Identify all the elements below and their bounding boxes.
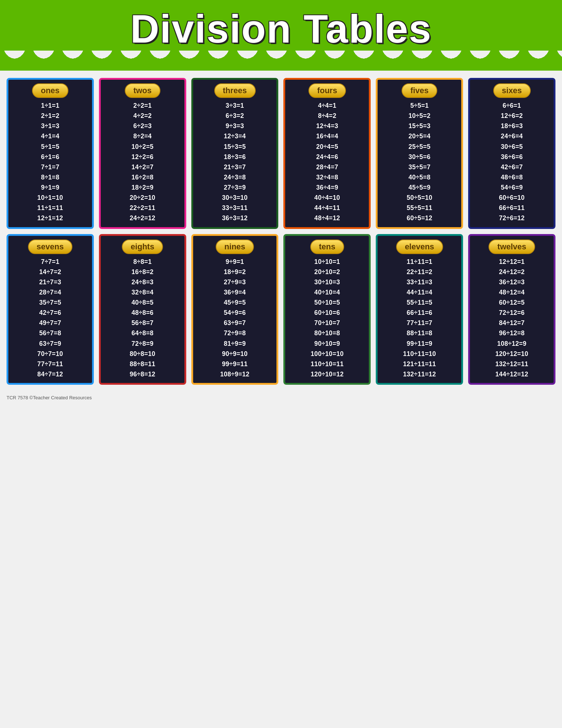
equations-elevens: 11÷11=122÷11=233÷11=344÷11=455÷11=566÷11…: [379, 257, 460, 382]
equation: 10÷1=10: [13, 193, 88, 203]
equation: 18÷3=6: [198, 152, 272, 162]
table-card-twos: twos2÷2=14÷2=26÷2=38÷2=410÷2=512÷2=614÷2…: [99, 78, 186, 229]
equation: 72÷9=8: [198, 328, 272, 338]
equation: 9÷3=3: [198, 121, 272, 131]
equation: 18÷2=9: [105, 183, 180, 193]
equation: 88÷11=8: [382, 328, 457, 338]
equation: 90÷9=10: [198, 349, 272, 359]
equation: 63÷7=9: [13, 339, 88, 349]
equation: 64÷8=8: [105, 328, 180, 338]
equation: 81÷9=9: [198, 339, 272, 349]
header: Division Tables: [0, 0, 562, 51]
equation: 70÷7=10: [13, 349, 88, 359]
equation: 99÷11=9: [382, 339, 457, 349]
equation: 2÷1=2: [13, 111, 88, 121]
label-tens: tens: [310, 240, 344, 254]
equation: 42÷7=6: [13, 308, 88, 318]
label-ones: ones: [32, 83, 68, 98]
equation: 22÷2=11: [105, 203, 180, 213]
equations-sixes: 6÷6=112÷6=218÷6=324÷6=430÷6=536÷6=642÷6=…: [471, 101, 552, 226]
equation: 27÷3=9: [198, 183, 272, 193]
equation: 40÷4=10: [290, 193, 364, 203]
equation: 28÷4=7: [290, 162, 364, 172]
equation: 8÷1=8: [13, 173, 88, 182]
equation: 66÷6=11: [474, 203, 549, 213]
equation: 56÷7=8: [13, 328, 88, 338]
equation: 30÷5=6: [382, 152, 457, 162]
equation: 10÷2=5: [105, 142, 180, 152]
equation: 45÷5=9: [382, 183, 457, 193]
equation: 48÷6=8: [474, 173, 549, 182]
equation: 22÷11=2: [382, 267, 457, 277]
label-elevens: elevens: [396, 240, 443, 254]
equation: 12÷6=2: [474, 111, 549, 121]
equations-twelves: 12÷12=124÷12=236÷12=348÷12=460÷12=572÷12…: [471, 257, 552, 382]
label-fives: fives: [402, 83, 437, 98]
equations-sevens: 7÷7=114÷7=221÷7=328÷7=435÷7=542÷7=649÷7=…: [10, 257, 91, 382]
equation: 4÷1=4: [13, 131, 88, 141]
equation: 20÷4=5: [290, 142, 364, 152]
equation: 50÷10=5: [290, 298, 364, 308]
footer: TCR 7578 ©Teacher Created Resources: [0, 392, 562, 402]
equation: 60÷12=5: [474, 298, 549, 308]
equation: 96÷12=8: [474, 328, 549, 338]
equation: 24÷3=8: [198, 173, 272, 182]
equation: 40÷5=8: [382, 173, 457, 182]
equation: 20÷10=2: [290, 267, 364, 277]
equations-fours: 4÷4=18÷4=212÷4=316÷4=420÷4=524÷4=628÷4=7…: [287, 101, 367, 226]
equation: 54÷6=9: [474, 183, 549, 193]
equation: 12÷4=3: [290, 121, 364, 131]
equation: 25÷5=5: [382, 142, 457, 152]
equation: 30÷10=3: [290, 277, 364, 287]
table-card-threes: threes3÷3=16÷3=29÷3=312÷3=415÷3=518÷3=62…: [191, 78, 279, 229]
equation: 12÷1=12: [13, 213, 88, 223]
equation: 6÷2=3: [105, 121, 180, 131]
equation: 77÷11=7: [382, 318, 457, 328]
equation: 72÷6=12: [474, 213, 549, 223]
table-card-nines: nines9÷9=118÷9=227÷9=336÷9=445÷9=554÷9=6…: [191, 234, 279, 385]
equation: 84÷12=7: [474, 318, 549, 328]
equation: 16÷4=4: [290, 131, 364, 141]
equation: 21÷7=3: [13, 277, 88, 287]
equations-fives: 5÷5=110÷5=215÷5=320÷5=425÷5=530÷5=635÷5=…: [379, 101, 460, 226]
label-eights: eights: [122, 240, 163, 254]
equation: 54÷9=6: [198, 308, 272, 318]
equation: 121÷11=11: [382, 359, 457, 369]
equation: 48÷4=12: [290, 213, 364, 223]
equations-ones: 1÷1=12÷1=23÷1=34÷1=45÷1=56÷1=67÷1=78÷1=8…: [10, 101, 91, 226]
equation: 77÷7=11: [13, 359, 88, 369]
equation: 14÷2=7: [105, 162, 180, 172]
equation: 10÷10=1: [290, 257, 364, 267]
equation: 6÷3=2: [198, 111, 272, 121]
equation: 120÷12=10: [474, 349, 549, 359]
equation: 50÷5=10: [382, 193, 457, 203]
equation: 108÷12=9: [474, 339, 549, 349]
equation: 60÷6=10: [474, 193, 549, 203]
equations-tens: 10÷10=120÷10=230÷10=340÷10=450÷10=560÷10…: [287, 257, 367, 382]
equation: 99÷9=11: [198, 359, 272, 369]
equation: 20÷2=10: [105, 193, 180, 203]
equation: 49÷7=7: [13, 318, 88, 328]
table-card-fives: fives5÷5=110÷5=215÷5=320÷5=425÷5=530÷5=6…: [376, 78, 463, 229]
equation: 96÷8=12: [105, 369, 180, 379]
equation: 66÷11=6: [382, 308, 457, 318]
equation: 18÷6=3: [474, 121, 549, 131]
equation: 132÷11=12: [382, 369, 457, 379]
equations-eights: 8÷8=116÷8=224÷8=332÷8=440÷8=548÷8=656÷8=…: [102, 257, 183, 382]
equation: 48÷12=4: [474, 288, 549, 297]
equation: 132÷12=11: [474, 359, 549, 369]
equation: 33÷3=11: [198, 203, 272, 213]
equations-threes: 3÷3=16÷3=29÷3=312÷3=415÷3=518÷3=621÷3=72…: [195, 101, 275, 226]
equation: 8÷2=4: [105, 131, 180, 141]
equation: 28÷7=4: [13, 288, 88, 297]
equation: 90÷10=9: [290, 339, 364, 349]
equation: 4÷4=1: [290, 101, 364, 111]
equation: 63÷9=7: [198, 318, 272, 328]
label-nines: nines: [216, 240, 254, 254]
equation: 5÷1=5: [13, 142, 88, 152]
equation: 7÷7=1: [13, 257, 88, 267]
equation: 32÷8=4: [105, 288, 180, 297]
table-card-sixes: sixes6÷6=112÷6=218÷6=324÷6=430÷6=536÷6=6…: [468, 78, 555, 229]
table-card-sevens: sevens7÷7=114÷7=221÷7=328÷7=435÷7=542÷7=…: [7, 234, 94, 385]
equation: 16÷2=8: [105, 173, 180, 182]
